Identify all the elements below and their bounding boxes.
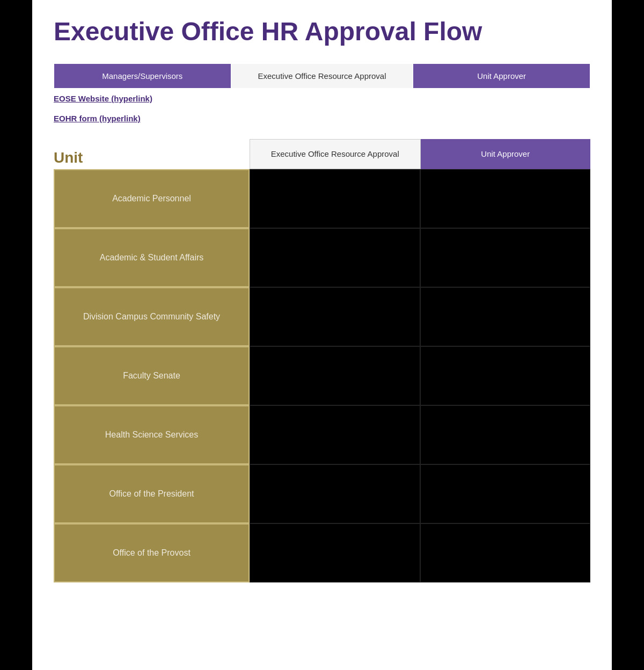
data-cell-unit: [420, 228, 591, 287]
top-header-eo-resource: Executive Office Resource Approval: [231, 63, 413, 88]
data-cell-eo: [250, 523, 420, 582]
unit-section-label: Unit: [54, 149, 250, 169]
data-row: [250, 523, 590, 582]
eose-website-link[interactable]: EOSE Website (hyperlink): [54, 94, 590, 103]
data-cell-unit: [420, 169, 591, 228]
top-header-table: Managers/Supervisors Executive Office Re…: [54, 63, 590, 89]
data-cell-unit: [420, 287, 591, 346]
data-cell-unit: [420, 464, 591, 523]
data-cell-unit: [420, 405, 591, 464]
data-cell-eo: [250, 287, 420, 346]
data-cell-unit: [420, 523, 591, 582]
main-header-eo-resource: Executive Office Resource Approval: [250, 139, 421, 169]
unit-cell: Office of the Provost: [54, 523, 250, 582]
data-cell-eo: [250, 169, 420, 228]
data-cell-eo: [250, 405, 420, 464]
unit-column: Academic PersonnelAcademic & Student Aff…: [54, 169, 250, 582]
main-data-table: Academic PersonnelAcademic & Student Aff…: [54, 169, 590, 582]
unit-cell: Health Science Services: [54, 405, 250, 464]
unit-cell: Academic & Student Affairs: [54, 228, 250, 287]
unit-cell: Division Campus Community Safety: [54, 287, 250, 346]
unit-section: Unit Executive Office Resource Approval …: [54, 139, 590, 582]
unit-cell: Office of the President: [54, 464, 250, 523]
data-row: [250, 287, 590, 346]
right-data-columns: [250, 169, 590, 582]
unit-cell: Academic Personnel: [54, 169, 250, 228]
eohr-form-link[interactable]: EOHR form (hyperlink): [54, 114, 590, 123]
main-header-unit-approver: Unit Approver: [421, 139, 591, 169]
data-row: [250, 464, 590, 523]
data-row: [250, 405, 590, 464]
data-row: [250, 169, 590, 228]
data-cell-eo: [250, 346, 420, 405]
top-header-managers: Managers/Supervisors: [54, 63, 231, 88]
page-title: Executive Office HR Approval Flow: [54, 16, 590, 47]
unit-cell: Faculty Senate: [54, 346, 250, 405]
top-header-unit-approver: Unit Approver: [413, 63, 590, 88]
data-cell-unit: [420, 346, 591, 405]
data-row: [250, 228, 590, 287]
data-cell-eo: [250, 464, 420, 523]
data-cell-eo: [250, 228, 420, 287]
data-row: [250, 346, 590, 405]
